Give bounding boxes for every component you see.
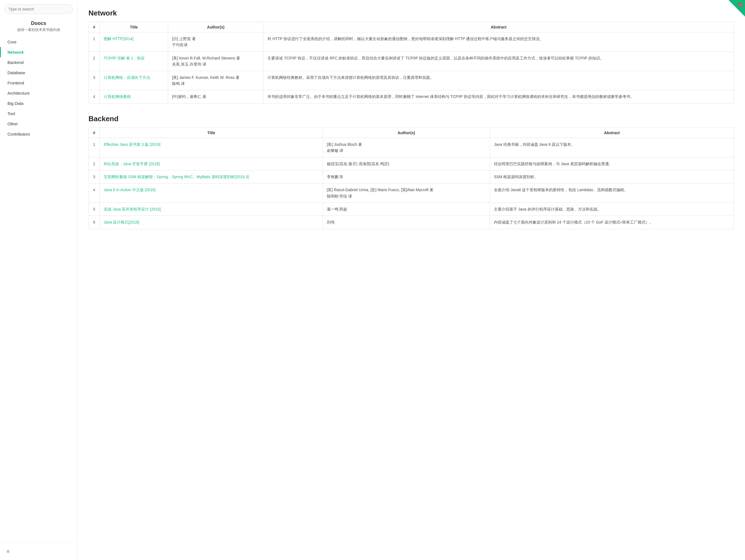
sidebar-item-other[interactable]: Other — [0, 119, 77, 129]
book-abstract: 对 HTTP 协议进行了全面系统的介绍，讲解的同时，辅以大量生动形象的通信图例，… — [263, 32, 734, 52]
book-number: 6 — [89, 216, 100, 229]
col-header-title: Title — [100, 128, 323, 138]
book-title[interactable]: 图解 HTTP[2014] — [100, 32, 168, 52]
book-title[interactable]: Effective Java 原书第 3 版 [2019] — [100, 138, 323, 157]
sidebar-item-backend[interactable]: Backend — [0, 57, 77, 67]
book-authors: [日] 上野宣 著 于均良译 — [168, 32, 263, 52]
book-abstract: 全面介绍 Java8 这个里程碑版本的新特性，包括 Lambdas、流和函数式编… — [490, 183, 734, 203]
table-backend: #TitleAuthor(s)Abstract1Effective Java 原… — [89, 128, 734, 229]
book-authors: [美] Kevin R.Fall, W.Richard Stevens 著 吴英… — [168, 52, 263, 71]
sidebar-title: Doocs — [0, 18, 77, 27]
book-authors: [美] Joshua Bloch 著 俞黎敏 译 — [323, 138, 490, 157]
book-abstract: Java 经典书籍，内容涵盖 Java 9 及以下版本。 — [490, 138, 734, 157]
table-row: 4Java 8 In Action 中文版 [2016][英] Raoul-Ga… — [89, 183, 734, 203]
sidebar-footer[interactable]: ≡ — [0, 543, 77, 560]
sidebar-item-core[interactable]: Core — [0, 37, 77, 47]
book-authors: 刘伟 — [323, 216, 490, 229]
book-authors: 葛一鸣 郭超 — [323, 203, 490, 216]
book-number: 3 — [89, 71, 100, 90]
book-abstract: 计算机网络经典教材。采用了自顶向下方法来讲授计算机网络的原理及其协议，注重原理和… — [263, 71, 734, 90]
book-abstract: 结合阿里巴巴实践经验与故障案例，与 Java 底层源码解析融会贯通。 — [490, 157, 734, 170]
book-abstract: 本书的适用对象非常广泛。由于本书的重点立足于计算机网络的基本原理，同时兼顾了 I… — [263, 90, 734, 103]
book-number: 1 — [89, 138, 100, 157]
col-header-abstract: Abstract — [490, 128, 734, 138]
table-row: 6Java 设计模式[2018]刘伟内容涵盖了七个面向对象设计原则和 24 个设… — [89, 216, 734, 229]
table-row: 3互联网轻量级 SSM 框架解密：Spring、Spring MVC、MyBat… — [89, 170, 734, 183]
book-authors: [美] James F. Kurose, Keith W. Ross 著 陈鸣 … — [168, 71, 263, 90]
table-row: 2码出高效：Java 开发手册 [2018]杨冠宝(花名:孤尽) 高海慧(花名:… — [89, 157, 734, 170]
book-title[interactable]: Java 8 In Action 中文版 [2016] — [100, 183, 323, 203]
table-row: 2TCP/IP 详解 卷 1：协议[美] Kevin R.Fall, W.Ric… — [89, 52, 734, 71]
table-network: #TitleAuthor(s)Abstract1图解 HTTP[2014][日]… — [89, 22, 734, 103]
table-row: 5实战 Java 高并发程序设计 [2015]葛一鸣 郭超主要介绍基于 Java… — [89, 203, 734, 216]
col-header-title: Title — [100, 22, 168, 32]
sidebar-subtitle: 值得一看的技术类书籍列表 — [0, 27, 77, 37]
book-title[interactable]: 计算机网络：自顶向下方法 — [100, 71, 168, 90]
table-row: 1图解 HTTP[2014][日] 上野宣 著 于均良译对 HTTP 协议进行了… — [89, 32, 734, 52]
table-row: 1Effective Java 原书第 3 版 [2019][美] Joshua… — [89, 138, 734, 157]
book-title[interactable]: Java 设计模式[2018] — [100, 216, 323, 229]
sidebar-item-architecture[interactable]: Architecture — [0, 88, 77, 98]
book-authors: [中]谢钧，谢希仁 著 — [168, 90, 263, 103]
sidebar-item-network[interactable]: Network — [0, 47, 77, 57]
sidebar-item-frontend[interactable]: Frontend — [0, 78, 77, 88]
section-heading-network: Network — [89, 9, 734, 18]
book-abstract: 内容涵盖了七个面向对象设计原则和 24 个设计模式（23 个 GoF 设计模式+… — [490, 216, 734, 229]
sidebar-item-contributors[interactable]: Contributors — [0, 129, 77, 139]
book-title[interactable]: 计算机网络教程 — [100, 90, 168, 103]
col-header-author-s-: Author(s) — [323, 128, 490, 138]
book-title[interactable]: 码出高效：Java 开发手册 [2018] — [100, 157, 323, 170]
book-number: 4 — [89, 90, 100, 103]
book-number: 2 — [89, 157, 100, 170]
book-number: 2 — [89, 52, 100, 71]
col-header--: # — [89, 22, 100, 32]
book-abstract: 主要介绍基于 Java 的并行程序设计基础、思路、方法和实战。 — [490, 203, 734, 216]
book-abstract: SSM 框架源码深度剖析。 — [490, 170, 734, 183]
main-content: Network#TitleAuthor(s)Abstract1图解 HTTP[2… — [77, 0, 745, 560]
search-input[interactable] — [4, 4, 73, 14]
table-row: 3计算机网络：自顶向下方法[美] James F. Kurose, Keith … — [89, 71, 734, 90]
book-number: 5 — [89, 203, 100, 216]
col-header-abstract: Abstract — [263, 22, 734, 32]
sidebar: Doocs 值得一看的技术类书籍列表 CoreNetworkBackendDat… — [0, 0, 77, 560]
book-abstract: 主要讲述 TCP/IP 协议，不仅仅讲述 RFC 的标准协议，而且结合大量实例讲… — [263, 52, 734, 71]
sidebar-item-big-data[interactable]: Big Data — [0, 98, 77, 108]
sidebar-nav: CoreNetworkBackendDatabaseFrontendArchit… — [0, 37, 77, 139]
sidebar-item-tool[interactable]: Tool — [0, 108, 77, 119]
book-number: 4 — [89, 183, 100, 203]
col-header-author-s-: Author(s) — [168, 22, 263, 32]
book-title[interactable]: TCP/IP 详解 卷 1：协议 — [100, 52, 168, 71]
book-number: 1 — [89, 32, 100, 52]
book-title[interactable]: 互联网轻量级 SSM 框架解密：Spring、Spring MVC、MyBati… — [100, 170, 323, 183]
book-number: 3 — [89, 170, 100, 183]
book-title[interactable]: 实战 Java 高并发程序设计 [2015] — [100, 203, 323, 216]
bookmark-icon: 🔖 — [737, 2, 743, 8]
section-heading-backend: Backend — [89, 115, 734, 123]
book-authors: [英] Raoul-Gabriel Urma, [意] Mario Fusco,… — [323, 183, 490, 203]
col-header--: # — [89, 128, 100, 138]
sidebar-item-database[interactable]: Database — [0, 67, 77, 78]
book-authors: 杨冠宝(花名:孤尽) 高海慧(花名:鸣莎) — [323, 157, 490, 170]
menu-icon: ≡ — [7, 549, 10, 555]
book-authors: 李艳鹏 等 — [323, 170, 490, 183]
table-row: 4计算机网络教程[中]谢钧，谢希仁 著本书的适用对象非常广泛。由于本书的重点立足… — [89, 90, 734, 103]
